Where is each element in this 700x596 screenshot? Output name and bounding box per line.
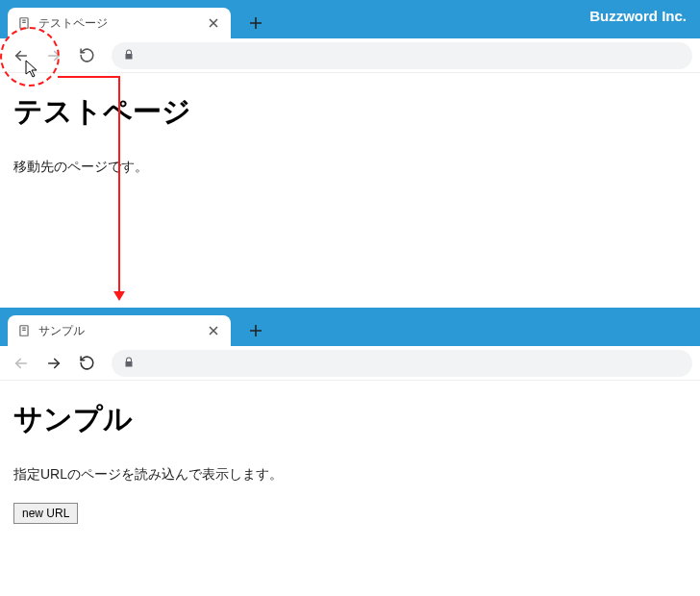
reload-button[interactable] [73, 42, 100, 69]
tab-title: テストページ [38, 15, 198, 32]
back-button[interactable] [8, 350, 35, 377]
browser-tab[interactable]: テストページ [8, 8, 231, 38]
page-icon [17, 324, 31, 337]
address-bar[interactable] [112, 350, 692, 377]
page-paragraph: 移動先のページです。 [13, 159, 687, 176]
page-paragraph: 指定URLのページを読み込んで表示します。 [13, 466, 687, 484]
reload-button[interactable] [73, 350, 100, 377]
page-content: サンプル 指定URLのページを読み込んで表示します。 new URL [0, 381, 700, 543]
browser-window-1: テストページ Buzzword Inc. テストページ 移動先のページです。 [0, 0, 700, 288]
annotation-line [58, 76, 120, 78]
forward-button[interactable] [40, 42, 67, 69]
back-button[interactable] [8, 42, 35, 69]
browser-window-2: サンプル サンプル 指定URLのページを読み込んで表示します。 new URL [0, 308, 700, 596]
forward-button[interactable] [40, 350, 67, 377]
lock-icon [123, 47, 135, 64]
lock-icon [123, 355, 135, 372]
new-tab-button[interactable] [242, 317, 269, 344]
close-tab-button[interactable] [206, 323, 221, 338]
titlebar: テストページ Buzzword Inc. [0, 0, 700, 38]
annotation-arrowhead-icon [113, 291, 125, 301]
page-icon [17, 16, 31, 30]
annotation-line [118, 76, 120, 295]
page-heading: サンプル [13, 400, 687, 439]
address-bar[interactable] [112, 42, 692, 69]
browser-tab[interactable]: サンプル [8, 315, 231, 346]
titlebar: サンプル [0, 308, 700, 346]
page-content: テストページ 移動先のページです。 [0, 73, 700, 214]
new-tab-button[interactable] [242, 10, 269, 37]
toolbar [0, 38, 700, 73]
page-heading: テストページ [13, 92, 687, 132]
new-url-button[interactable]: new URL [13, 503, 78, 524]
close-tab-button[interactable] [206, 15, 221, 31]
brand-label: Buzzword Inc. [589, 8, 687, 24]
toolbar [0, 346, 700, 381]
tab-title: サンプル [38, 323, 198, 339]
